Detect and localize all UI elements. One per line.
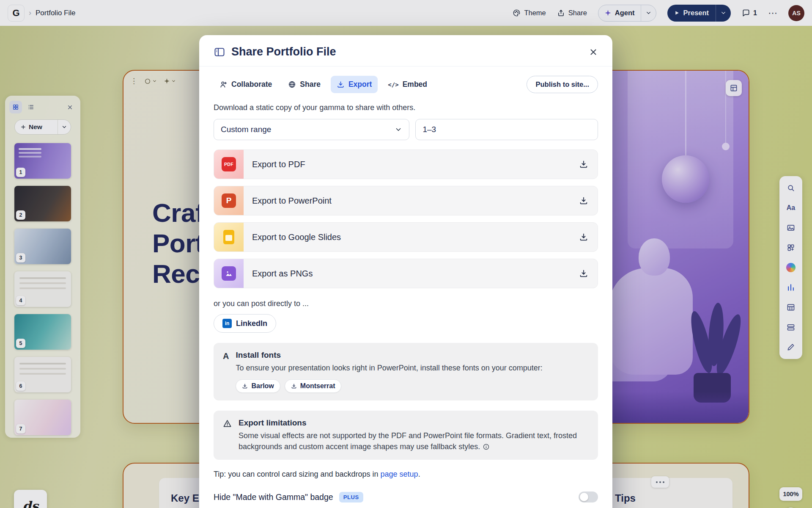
export-limitations-box: Export limitations Some visual effects a…	[214, 411, 598, 460]
export-description: Download a static copy of your gamma to …	[199, 93, 612, 112]
warning-icon	[223, 418, 232, 452]
font-name: Barlow	[251, 382, 274, 390]
code-icon: </>	[388, 81, 398, 88]
download-barlow-button[interactable]: Barlow	[236, 379, 280, 393]
google-slides-icon	[214, 222, 244, 252]
toggle-knob	[580, 493, 588, 501]
range-controls: Custom range	[199, 112, 612, 140]
close-icon[interactable]	[589, 47, 598, 57]
linkedin-icon: in	[222, 319, 232, 328]
range-dropdown-value: Custom range	[221, 125, 271, 134]
download-icon	[242, 383, 248, 389]
share-modal: Share Portfolio File Collaborate Share	[199, 35, 612, 508]
download-icon	[291, 383, 297, 389]
tab-export[interactable]: Export	[331, 76, 378, 93]
font-download-buttons: Barlow Montserrat	[236, 379, 542, 393]
info-icon[interactable]	[483, 443, 490, 450]
image-file-icon	[214, 259, 244, 288]
hide-badge-label: Hide "Made with Gamma" badge	[214, 492, 333, 502]
download-icon	[337, 80, 345, 88]
modal-title: Share Portfolio File	[231, 45, 583, 58]
download-icon[interactable]	[579, 232, 588, 242]
export-google-slides-row[interactable]: Export to Google Slides	[214, 222, 598, 252]
hide-badge-toggle[interactable]	[579, 491, 598, 502]
install-fonts-body: To ensure your presentation looks right …	[236, 362, 542, 373]
tab-label: Share	[300, 80, 321, 89]
powerpoint-icon: P	[214, 186, 244, 215]
hide-badge-row: Hide "Made with Gamma" badge PLUS	[199, 479, 612, 502]
plus-badge: PLUS	[339, 492, 363, 502]
export-option-label: Export as PNGs	[252, 269, 313, 279]
install-fonts-content: Install fonts To ensure your presentatio…	[236, 351, 542, 393]
tab-label: Embed	[403, 80, 427, 89]
tip-text: Tip: you can control card sizing and bac…	[199, 460, 612, 479]
export-option-label: Export to PowerPoint	[252, 196, 332, 206]
range-input[interactable]	[415, 119, 598, 140]
collaborate-icon	[219, 80, 228, 88]
tab-collaborate[interactable]: Collaborate	[214, 76, 278, 93]
export-limitations-title: Export limitations	[239, 418, 589, 428]
linkedin-button[interactable]: in LinkedIn	[214, 314, 276, 333]
export-png-row[interactable]: Export as PNGs	[214, 259, 598, 288]
linkedin-label: LinkedIn	[236, 319, 267, 328]
pdf-icon: PDF	[214, 149, 244, 179]
chevron-down-icon	[395, 126, 402, 133]
download-icon[interactable]	[579, 196, 588, 205]
export-option-label: Export to PDF	[252, 160, 305, 169]
export-option-label: Export to Google Slides	[252, 232, 341, 242]
app-screen: G › Portfolio File Theme Share	[0, 0, 812, 508]
export-options-list: PDF Export to PDF P Export to PowerPoint…	[199, 140, 612, 288]
tab-label: Export	[348, 80, 372, 89]
fonts-icon: A	[223, 351, 229, 393]
deck-icon	[214, 46, 225, 58]
modal-tabs: Collaborate Share Export </> Embed Publi…	[199, 66, 612, 93]
font-name: Montserrat	[300, 382, 335, 390]
tab-label: Collaborate	[231, 80, 272, 89]
publish-to-site-button[interactable]: Publish to site...	[527, 76, 598, 93]
export-limitations-content: Export limitations Some visual effects a…	[239, 418, 589, 452]
install-fonts-title: Install fonts	[236, 351, 542, 360]
download-icon[interactable]	[579, 160, 588, 169]
install-fonts-box: A Install fonts To ensure your presentat…	[214, 343, 598, 400]
export-powerpoint-row[interactable]: P Export to PowerPoint	[214, 186, 598, 215]
modal-header: Share Portfolio File	[199, 35, 612, 66]
export-pdf-row[interactable]: PDF Export to PDF	[214, 149, 598, 179]
page-setup-link[interactable]: page setup	[381, 470, 418, 478]
globe-icon	[288, 80, 296, 88]
tab-share[interactable]: Share	[282, 76, 326, 93]
export-limitations-body: Some visual effects are not supported by…	[239, 430, 589, 452]
download-montserrat-button[interactable]: Montserrat	[285, 379, 342, 393]
download-icon[interactable]	[579, 269, 588, 278]
tab-embed[interactable]: </> Embed	[382, 76, 433, 93]
range-dropdown[interactable]: Custom range	[214, 119, 409, 140]
post-directly-text: or you can post directly to ...	[199, 288, 612, 308]
